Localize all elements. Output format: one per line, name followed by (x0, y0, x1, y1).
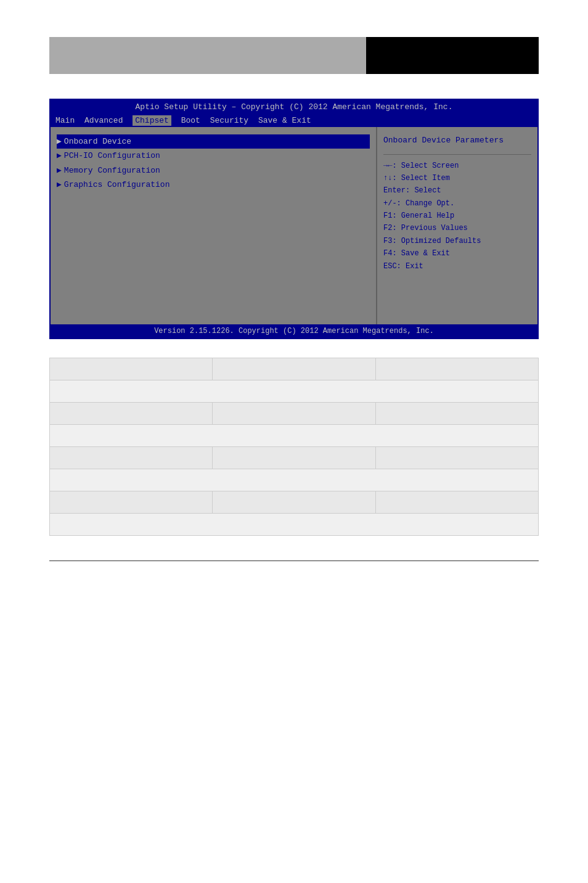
horizontal-divider (383, 154, 531, 155)
menu-main[interactable]: Main (55, 116, 75, 125)
table-section (49, 358, 539, 536)
help-line-7: F3: Optimized Defaults (383, 235, 531, 247)
cell-2-3 (375, 403, 538, 425)
table-row-2 (50, 403, 539, 425)
cell-3-2 (213, 447, 375, 469)
table-row-full-2 (50, 425, 539, 447)
menu-item-label: PCH-IO Configuration (64, 149, 160, 163)
help-line-8: F4: Save & Exit (383, 247, 531, 260)
table-row-3 (50, 447, 539, 469)
menu-boot[interactable]: Boot (181, 116, 200, 125)
cell-2-1 (50, 403, 213, 425)
menu-save-exit[interactable]: Save & Exit (258, 116, 311, 125)
help-line-2: ↑↓: Select Item (383, 172, 531, 184)
header-area (49, 37, 539, 74)
help-line-9: ESC: Exit (383, 260, 531, 273)
menu-item-label: Graphics Configuration (64, 178, 170, 192)
menu-item-label: Memory Configuration (64, 163, 160, 178)
arrow-icon: ▶ (57, 163, 62, 178)
cell-3-3 (375, 447, 538, 469)
full-row-cell-4 (50, 514, 539, 536)
menu-item-onboard-device[interactable]: ▶ Onboard Device (57, 134, 370, 149)
bios-title: Aptio Setup Utility – Copyright (C) 2012… (51, 100, 537, 114)
help-line-3: Enter: Select (383, 184, 531, 197)
bios-menu-bar[interactable]: Main Advanced Chipset Boot Security Save… (51, 114, 537, 127)
header-left (49, 37, 366, 74)
bios-help-text: →←: Select Screen ↑↓: Select Item Enter:… (383, 160, 531, 273)
cell-2-2 (213, 403, 375, 425)
menu-chipset[interactable]: Chipset (133, 115, 171, 126)
table-row-full-4 (50, 514, 539, 536)
cell-4-3 (375, 491, 538, 514)
header-right (366, 37, 539, 74)
table-row-4 (50, 491, 539, 514)
arrow-icon: ▶ (57, 178, 62, 192)
bios-content: ▶ Onboard Device ▶ PCH-IO Configuration … (51, 127, 537, 324)
menu-item-pch-io[interactable]: ▶ PCH-IO Configuration (57, 149, 370, 163)
bios-footer: Version 2.15.1226. Copyright (C) 2012 Am… (51, 324, 537, 338)
table-row-header (50, 358, 539, 380)
full-row-cell-2 (50, 425, 539, 447)
col-header-3 (375, 358, 538, 380)
arrow-icon: ▶ (57, 134, 62, 149)
full-row-cell-3 (50, 469, 539, 491)
bottom-divider (49, 561, 539, 561)
menu-item-graphics[interactable]: ▶ Graphics Configuration (57, 178, 370, 192)
bios-description: Onboard Device Parameters (383, 134, 531, 147)
cell-3-1 (50, 447, 213, 469)
cell-4-1 (50, 491, 213, 514)
table-row-full-3 (50, 469, 539, 491)
menu-item-memory[interactable]: ▶ Memory Configuration (57, 163, 370, 178)
info-table (49, 358, 539, 536)
col-header-1 (50, 358, 213, 380)
help-line-4: +/-: Change Opt. (383, 197, 531, 210)
col-header-2 (213, 358, 375, 380)
menu-advanced[interactable]: Advanced (84, 116, 123, 125)
bios-left-panel: ▶ Onboard Device ▶ PCH-IO Configuration … (51, 127, 376, 324)
menu-security[interactable]: Security (210, 116, 248, 125)
help-line-1: →←: Select Screen (383, 160, 531, 172)
menu-item-label: Onboard Device (64, 134, 131, 149)
bios-right-panel: Onboard Device Parameters →←: Select Scr… (377, 127, 537, 324)
help-line-5: F1: General Help (383, 210, 531, 222)
bios-screen: Aptio Setup Utility – Copyright (C) 2012… (49, 99, 539, 339)
table-row-full-1 (50, 380, 539, 403)
arrow-icon: ▶ (57, 149, 62, 163)
full-row-cell-1 (50, 380, 539, 403)
cell-4-2 (213, 491, 375, 514)
help-line-6: F2: Previous Values (383, 222, 531, 234)
